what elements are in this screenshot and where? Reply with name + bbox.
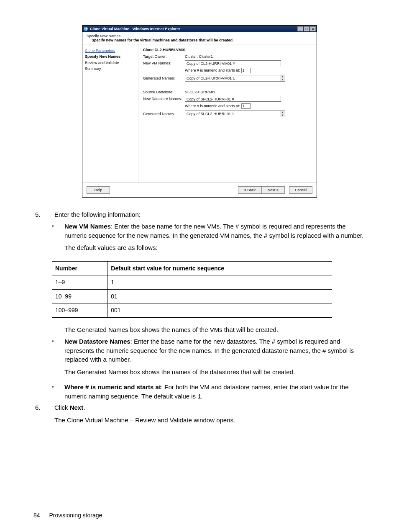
defaults-table: Number Default start value for numeric s… xyxy=(52,261,332,318)
bullet-new-vm-names: • New VM Names: Enter the base name for … xyxy=(52,222,366,256)
cell-number: 10–99 xyxy=(52,289,107,303)
target-owner-value: Cluster: Cluster1 xyxy=(185,54,312,59)
new-vm-names-label: New VM Names: xyxy=(143,61,185,65)
vm-gen-spinner[interactable]: ▲▼ xyxy=(280,75,285,81)
where-numeric-bold: Where # is numeric and starts at xyxy=(64,383,161,391)
ds-gen-spinner[interactable]: ▲▼ xyxy=(280,111,285,117)
step-5: 5. Enter the following information: xyxy=(33,210,366,219)
window-controls: _ □ × xyxy=(297,26,316,31)
page-number: 84 xyxy=(33,512,40,519)
new-ds-names-bold: New Datastore Names xyxy=(64,338,130,345)
cell-number: 1–9 xyxy=(52,275,107,289)
vm-numeric-label: Where # is numeric and starts at: xyxy=(185,68,240,72)
ds-generated-names-label: Generated Names: xyxy=(143,112,185,116)
col-default-header: Default start value for numeric sequence xyxy=(107,261,332,275)
table-row: 1–9 1 xyxy=(52,275,332,289)
cell-number: 100–999 xyxy=(52,303,107,317)
step-6-bold: Next xyxy=(70,404,84,411)
cell-default: 001 xyxy=(107,303,332,317)
vm-generated-names-box: Copy of CL2-HURRI-VM01 1 ▲▼ xyxy=(185,75,285,82)
gen-vm-text: The Generated Names box shows the names … xyxy=(64,325,366,334)
gen-ds-text: The Generated Names box shows the names … xyxy=(64,368,366,377)
default-values-intro: The default values are as follows: xyxy=(64,243,366,252)
step-6-post: . xyxy=(83,404,85,411)
help-button[interactable]: Help xyxy=(87,186,110,194)
titlebar: Clone Virtual Machine - Windows Internet… xyxy=(82,26,317,32)
new-vm-names-bold: New VM Names xyxy=(64,223,111,230)
cancel-button[interactable]: Cancel xyxy=(289,186,312,194)
step-6-result: The Clone Virtual Machine – Review and V… xyxy=(54,416,366,425)
clone-title: Clone CL2-HURRI-VM01 xyxy=(143,48,312,52)
new-datastore-names-label: New Datastore Names: xyxy=(143,97,185,101)
target-owner-label: Target Owner: xyxy=(143,54,185,59)
vm-generated-names-value: Copy of CL2-HURRI-VM01 1 xyxy=(185,76,280,80)
ds-numeric-label: Where # is numeric and starts at: xyxy=(185,104,240,108)
source-datastore-value: SI-CL2-HURRI-01 xyxy=(185,90,312,94)
next-button[interactable]: Next > xyxy=(261,186,285,194)
table-row: 10–99 01 xyxy=(52,289,332,303)
cell-default: 01 xyxy=(107,289,332,303)
table-row: 100–999 001 xyxy=(52,303,332,317)
nav-review-validate: Review and Validate xyxy=(85,60,136,66)
wizard-step-subtitle: Specify new names for the virtual machin… xyxy=(87,38,312,42)
nav-specify-new-names: Specify New Names xyxy=(85,54,136,59)
bullet-where-numeric: • Where # is numeric and starts at: For … xyxy=(52,383,366,401)
ds-generated-names-value: Copy of SI-CL2-HURRI-01 1 xyxy=(185,112,280,116)
bullet-new-datastore-names: • New Datastore Names: Enter the base na… xyxy=(52,337,366,380)
wizard-header: Specify New Names Specify new names for … xyxy=(82,32,317,44)
nav-clone-parameters[interactable]: Clone Parameters xyxy=(85,48,136,54)
new-datastore-names-input[interactable]: Copy of SI-CL2-HURRI-01 # xyxy=(185,96,281,102)
minimize-button[interactable]: _ xyxy=(297,26,303,31)
step-6-number: 6. xyxy=(33,403,54,428)
back-button[interactable]: < Back xyxy=(238,186,261,194)
step-5-number: 5. xyxy=(33,210,54,219)
wizard-window: Clone Virtual Machine - Windows Internet… xyxy=(82,25,317,198)
gen-vm-para: The Generated Names box shows the names … xyxy=(64,325,366,334)
footer-section: Provisioning storage xyxy=(49,512,102,519)
bullet-icon: • xyxy=(52,383,64,401)
page-footer: 84 Provisioning storage xyxy=(33,512,102,519)
cell-default: 1 xyxy=(107,275,332,289)
wizard-nav: Clone Parameters Specify New Names Revie… xyxy=(82,44,139,182)
step-6: 6. Click Next. The Clone Virtual Machine… xyxy=(33,403,366,428)
bullet-icon: • xyxy=(52,222,64,256)
wizard-step-title: Specify New Names xyxy=(87,34,312,38)
ie-icon xyxy=(83,26,88,31)
document-body: 5. Enter the following information: • Ne… xyxy=(33,210,366,428)
wizard-footer: Help < Back Next > Cancel xyxy=(82,182,317,197)
vm-start-input[interactable]: 1 xyxy=(241,68,251,73)
wizard-main: Clone CL2-HURRI-VM01 Target Owner: Clust… xyxy=(139,44,317,182)
window-title: Clone Virtual Machine - Windows Internet… xyxy=(90,27,180,31)
maximize-button[interactable]: □ xyxy=(304,26,309,31)
nav-summary: Summary xyxy=(85,66,136,72)
ds-start-input[interactable]: 1 xyxy=(241,103,251,109)
bullet-icon: • xyxy=(52,337,64,380)
step-5-text: Enter the following information: xyxy=(54,210,366,219)
step-6-pre: Click xyxy=(54,404,70,411)
source-datastore-label: Source Datastore: xyxy=(143,90,185,94)
close-button[interactable]: × xyxy=(310,26,316,31)
vm-generated-names-label: Generated Names: xyxy=(143,76,185,80)
ds-generated-names-box: Copy of SI-CL2-HURRI-01 1 ▲▼ xyxy=(185,111,285,117)
col-number-header: Number xyxy=(52,261,107,275)
new-vm-names-input[interactable]: Copy of CL2-HURRI-VM01 # xyxy=(185,60,281,66)
